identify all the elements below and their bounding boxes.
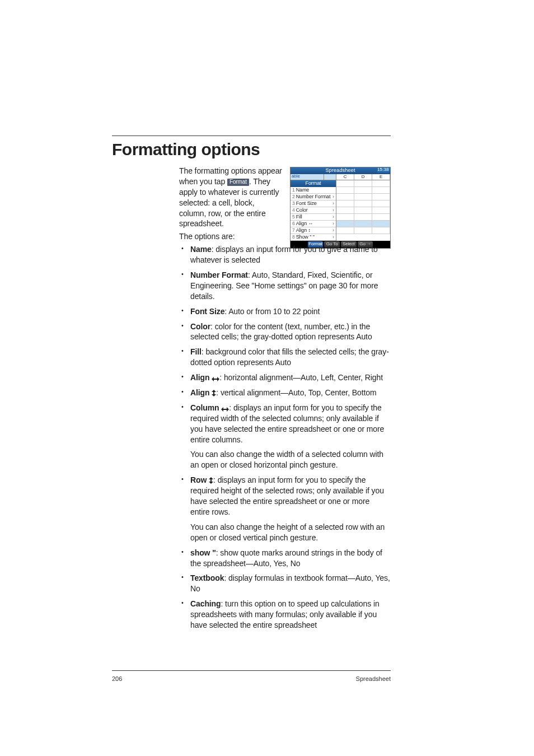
option-number-format: Number Format: Auto, Standard, Fixed, Sc…	[179, 270, 391, 302]
intro-paragraph: The formatting options appear when you t…	[179, 166, 283, 229]
option-caching: Caching: turn this option on to speed up…	[179, 599, 391, 631]
option-row: Row : displays an input form for you to …	[179, 475, 391, 543]
option-font-size: Font Size: Auto or from 10 to 22 point	[179, 306, 391, 317]
screenshot-format-menu: Format 1Name 2Number Format› 3Font Size›…	[291, 180, 336, 241]
double-arrow-vertical-icon	[209, 477, 213, 484]
option-fill: Fill: background color that fills the se…	[179, 347, 391, 368]
format-button-label: Format	[227, 179, 249, 186]
heading-formatting-options: Formatting options	[112, 140, 416, 159]
option-color: Color: color for the content (text, numb…	[179, 321, 391, 343]
page-number: 206	[112, 675, 122, 682]
intro-options-are: The options are:	[179, 231, 283, 242]
option-align-vertical: Align : vertical alignment—Auto, Top, Ce…	[179, 388, 391, 398]
bottom-rule	[112, 670, 391, 671]
calculator-screenshot: Spreadsheet 15:38 able C D E Format 1Nam…	[290, 167, 391, 249]
screenshot-grid	[336, 180, 390, 241]
chapter-name: Spreadsheet	[356, 675, 391, 682]
option-show-quotes: show ": show quote marks around strings …	[179, 548, 391, 569]
double-arrow-horizontal-icon	[212, 377, 219, 381]
option-textbook: Textbook: display formulas in textbook f…	[179, 573, 391, 594]
options-list: Name: displays an input form for you to …	[179, 244, 391, 631]
option-column-extra: You can also change the width of a selec…	[190, 449, 391, 470]
double-arrow-horizontal-icon	[221, 407, 229, 412]
screenshot-titlebar: Spreadsheet 15:38	[291, 167, 390, 174]
screenshot-time: 15:38	[377, 167, 389, 172]
option-align-horizontal: Align : horizontal alignment—Auto, Left,…	[179, 372, 391, 383]
option-row-extra: You can also change the height of a sele…	[190, 522, 391, 543]
screenshot-column-headers: able C D E	[291, 174, 390, 180]
top-rule	[112, 136, 391, 136]
option-name: Name: displays an input form for you to …	[179, 244, 391, 265]
option-column: Column : displays an input form for you …	[179, 403, 391, 470]
